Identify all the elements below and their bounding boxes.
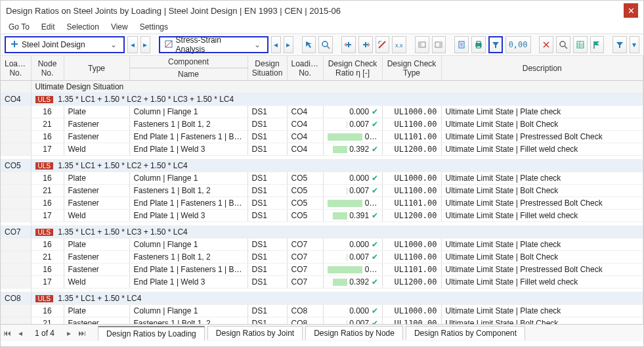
- tab-by-component[interactable]: Design Ratios by Component: [406, 326, 525, 340]
- col-design-situation[interactable]: DesignSituation: [247, 56, 287, 81]
- tool-panel2-icon[interactable]: [432, 36, 446, 53]
- col-loading-no2[interactable]: LoadingNo.: [287, 56, 323, 81]
- window-title: Design Ratios on Steel Joints by Loading…: [6, 6, 624, 16]
- tab-by-node[interactable]: Design Ratios by Node: [305, 326, 403, 340]
- menu-selection[interactable]: Selection: [67, 22, 99, 32]
- page-next-button[interactable]: ▸: [62, 325, 75, 341]
- page-first-button[interactable]: ⏮: [1, 325, 14, 341]
- cell-ratio: 0.000 ✔: [323, 106, 382, 118]
- cell-lno: CO5: [287, 172, 323, 185]
- cell-ratio: 0.966 ✔: [323, 197, 382, 210]
- table-row[interactable]: 16PlateColumn | Flange 1DS1CO7 0.000 ✔UL…: [1, 239, 643, 251]
- tool-dimension-icon[interactable]: x.x: [392, 36, 406, 53]
- cell-ratio: 0.000 ✔: [323, 239, 382, 251]
- nav-next-button[interactable]: ▸: [140, 36, 150, 53]
- cell-ds: DS1: [247, 106, 287, 118]
- tool-print-icon[interactable]: [471, 36, 486, 53]
- nav-prev-button-2[interactable]: ◂: [271, 36, 281, 53]
- cell-check: UL1200.00: [382, 276, 441, 289]
- tool-measure-icon[interactable]: [376, 36, 390, 53]
- results-table: LoadingNo. NodeNo. Type Component Design…: [1, 56, 643, 324]
- cell-blank: [1, 276, 31, 289]
- col-node-no[interactable]: NodeNo.: [31, 56, 64, 81]
- cell-type: Plate: [64, 305, 129, 317]
- cell-type: Fastener: [64, 197, 129, 210]
- tool-precision[interactable]: 0,00: [505, 36, 531, 53]
- cell-ratio: 0.392 ✔: [323, 143, 382, 156]
- table-row[interactable]: 21FastenerFasteners 1 | Bolt 1, 2DS1CO5 …: [1, 185, 643, 197]
- cell-check: UL1000.00: [382, 106, 441, 118]
- table-row[interactable]: 17WeldEnd Plate 1 | Weld 3DS1CO5 0.391 ✔…: [1, 210, 643, 222]
- table-row[interactable]: 16PlateColumn | Flange 1DS1CO5 0.000 ✔UL…: [1, 172, 643, 185]
- cell-check: UL1100.00: [382, 251, 441, 264]
- tool-delete-icon[interactable]: [539, 36, 553, 53]
- tool-dropdown-icon[interactable]: ▾: [630, 36, 639, 53]
- tab-by-joint[interactable]: Design Ratios by Joint: [207, 326, 303, 340]
- cell-ratio: 0.391 ✔: [323, 210, 382, 222]
- cell-desc: Ultimate Limit State | Plate check: [441, 239, 643, 251]
- menu-view[interactable]: View: [111, 22, 128, 32]
- cell-node: 16: [31, 106, 64, 118]
- table-row[interactable]: 16FastenerEnd Plate 1 | Fasteners 1 | Bo…: [1, 131, 643, 143]
- cell-component: Column | Flange 1: [129, 106, 247, 118]
- cell-desc: Ultimate Limit State | Bolt Check: [441, 317, 643, 325]
- col-description[interactable]: Description: [441, 56, 643, 81]
- col-type[interactable]: Type: [64, 56, 129, 81]
- cell-lno: CO7: [287, 239, 323, 251]
- group-co: CO5: [1, 160, 31, 172]
- nav-prev-button[interactable]: ◂: [127, 36, 137, 53]
- group-formula: ULS 1.35 * LC1 + 1.50 * LC2 + 1.50 * LC4: [31, 160, 643, 172]
- cell-ds: DS1: [247, 197, 287, 210]
- table-row[interactable]: 16PlateColumn | Flange 1DS1CO4 0.000 ✔UL…: [1, 106, 643, 118]
- group-co: CO7: [1, 226, 31, 239]
- table-row[interactable]: 17WeldEnd Plate 1 | Weld 3DS1CO7 0.392 ✔…: [1, 276, 643, 289]
- analysis-type-label: Stress-Strain Analysis: [173, 35, 251, 54]
- menu-edit[interactable]: Edit: [41, 22, 55, 32]
- tool-joint-next-icon[interactable]: [358, 36, 373, 53]
- tool-filter-icon[interactable]: [488, 36, 503, 53]
- tool-panel1-icon[interactable]: [415, 36, 429, 53]
- cell-desc: Ultimate Limit State | Plate check: [441, 106, 643, 118]
- table-row[interactable]: 16FastenerEnd Plate 1 | Fasteners 1 | Bo…: [1, 197, 643, 210]
- cell-check: UL1101.00: [382, 197, 441, 210]
- table-row[interactable]: 21FastenerFasteners 1 | Bolt 1, 2DS1CO7 …: [1, 251, 643, 264]
- tool-table-icon[interactable]: [573, 36, 588, 53]
- page-last-button[interactable]: ⏭: [75, 325, 89, 341]
- page-prev-button[interactable]: ◂: [14, 325, 27, 341]
- design-module-select[interactable]: Steel Joint Design ⌄: [5, 36, 125, 53]
- col-ratio[interactable]: Design CheckRatio η [-]: [323, 56, 382, 81]
- cell-type: Fastener: [64, 264, 129, 276]
- tool-zoom-icon[interactable]: [318, 36, 333, 53]
- col-loading-no[interactable]: LoadingNo.: [1, 56, 31, 81]
- tool-search-icon[interactable]: [556, 36, 570, 53]
- nav-next-button-2[interactable]: ▸: [284, 36, 293, 53]
- cell-blank: [1, 264, 31, 276]
- col-component-name[interactable]: Name: [129, 68, 247, 81]
- col-component[interactable]: Component: [129, 56, 247, 68]
- table-row[interactable]: 21FastenerFasteners 1 | Bolt 1, 2DS1CO8 …: [1, 317, 643, 325]
- tool-flag-icon[interactable]: [590, 36, 605, 53]
- cell-desc: Ultimate Limit State | Plate check: [441, 172, 643, 185]
- menu-settings[interactable]: Settings: [140, 22, 168, 32]
- group-formula: ULS 1.35 * LC1 + 1.50 * LC3 + 1.50 * LC4: [31, 226, 643, 239]
- cell-check: UL1000.00: [382, 172, 441, 185]
- menu-goto[interactable]: Go To: [9, 22, 30, 32]
- table-row[interactable]: 17WeldEnd Plate 1 | Weld 3DS1CO4 0.392 ✔…: [1, 143, 643, 156]
- stress-icon: [164, 39, 173, 51]
- analysis-type-select[interactable]: Stress-Strain Analysis ⌄: [159, 36, 268, 53]
- table-row[interactable]: 16FastenerEnd Plate 1 | Fasteners 1 | Bo…: [1, 264, 643, 276]
- close-button[interactable]: ✕: [624, 3, 638, 18]
- cell-blank: [1, 185, 31, 197]
- tab-by-loading[interactable]: Design Ratios by Loading: [98, 326, 205, 340]
- col-check-type[interactable]: Design CheckType: [382, 56, 441, 81]
- cell-blank: [1, 305, 31, 317]
- table-row[interactable]: 21FastenerFasteners 1 | Bolt 1, 2DS1CO4 …: [1, 118, 643, 131]
- cell-type: Plate: [64, 106, 129, 118]
- tool-report-icon[interactable]: [454, 36, 469, 53]
- table-row[interactable]: 16PlateColumn | Flange 1DS1CO8 0.000 ✔UL…: [1, 305, 643, 317]
- tool-joint-prev-icon[interactable]: [341, 36, 356, 53]
- svg-rect-6: [439, 42, 442, 47]
- tool-filter2-icon[interactable]: [612, 36, 627, 53]
- tool-select-icon[interactable]: [302, 36, 316, 53]
- cell-ratio: 0.007 ✔: [323, 317, 382, 325]
